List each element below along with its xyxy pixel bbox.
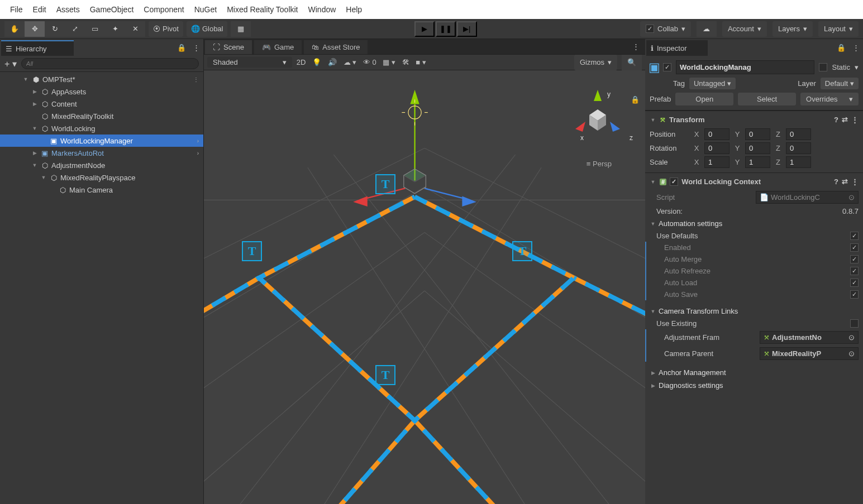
pivot-toggle[interactable]: ⦿Pivot (149, 21, 183, 37)
anchor-gizmo[interactable]: T (375, 365, 395, 385)
layer-dropdown[interactable]: Default▾ (821, 78, 859, 89)
preset-icon[interactable]: ⇄ (842, 116, 848, 124)
foldout-icon[interactable]: ▶ (31, 150, 38, 156)
tree-item[interactable]: ▶⬡AppAssets (0, 85, 203, 98)
component-menu-icon[interactable]: ⋮ (851, 177, 859, 186)
prefab-open-button[interactable]: Open (675, 93, 733, 105)
object-picker-icon[interactable]: ⊙ (848, 349, 855, 358)
menu-nuget[interactable]: NuGet (190, 3, 221, 16)
lock-icon[interactable]: 🔒 (837, 44, 846, 52)
preset-icon[interactable]: ⇄ (842, 177, 848, 186)
hierarchy-tab[interactable]: ☰Hierarchy (1, 40, 74, 56)
use-existing-checkbox[interactable] (850, 319, 859, 328)
foldout-icon[interactable]: ▶ (650, 383, 656, 388)
game-tab[interactable]: 🎮Game (254, 40, 302, 54)
tree-item-selected[interactable]: ▣WorldLockingManager› (0, 135, 203, 147)
menu-gameobject[interactable]: GameObject (85, 3, 139, 16)
anchor-gizmo[interactable]: T (242, 241, 262, 261)
foldout-icon[interactable]: ▼ (650, 309, 656, 314)
layers-dropdown[interactable]: Layers▾ (773, 21, 813, 37)
foldout-icon[interactable]: ▼ (31, 162, 38, 168)
foldout-icon[interactable]: ▶ (31, 101, 38, 107)
tree-item[interactable]: ▼⬡AdjustmentNode (0, 159, 203, 171)
pos-z[interactable] (786, 128, 811, 140)
rot-y[interactable] (745, 142, 770, 154)
projection-label[interactable]: ≡ Persp (587, 160, 612, 168)
hand-tool[interactable]: ✋ (4, 21, 25, 37)
transform-tool[interactable]: ✦ (105, 21, 125, 37)
rotate-tool[interactable]: ↻ (45, 21, 65, 37)
fx-icon[interactable]: ☁ ▾ (344, 58, 357, 66)
panel-menu-icon[interactable]: ⋮ (627, 39, 645, 54)
scl-y[interactable] (745, 156, 770, 168)
foldout-icon[interactable]: ▼ (650, 179, 656, 185)
enabled-checkbox[interactable]: ✓ (850, 243, 859, 252)
static-checkbox[interactable] (819, 63, 827, 71)
menu-help[interactable]: Help (341, 3, 366, 16)
asset-store-tab[interactable]: 🛍Asset Store (304, 40, 368, 54)
rot-z[interactable] (786, 142, 811, 154)
tree-item-prefab[interactable]: ▶▣MarkersAutoRot› (0, 147, 203, 159)
gizmos-dropdown[interactable]: Gizmos▾ (574, 55, 617, 70)
scene-view[interactable]: y x z 🔒 ≡ Persp T T T T (204, 70, 645, 504)
use-defaults-checkbox[interactable]: ✓ (850, 232, 859, 240)
menu-file[interactable]: File (6, 3, 27, 16)
anchor-gizmo[interactable]: T (512, 241, 532, 261)
2d-toggle[interactable]: 2D (297, 58, 306, 66)
pos-x[interactable] (704, 128, 730, 140)
menu-icon[interactable]: ⋮ (193, 44, 200, 52)
create-dropdown[interactable]: + ▾ (4, 59, 17, 69)
light-icon[interactable]: 💡 (312, 58, 321, 66)
chevron-down-icon[interactable]: ▾ (855, 63, 859, 71)
context-menu-icon[interactable]: ⋮ (193, 76, 199, 83)
scale-tool[interactable]: ⤢ (65, 21, 85, 37)
tree-item[interactable]: ▼⬡MixedRealityPlayspace (0, 171, 203, 184)
active-checkbox[interactable]: ✓ (663, 63, 671, 71)
menu-assets[interactable]: Assets (52, 3, 84, 16)
object-picker-icon[interactable]: ⊙ (848, 193, 855, 201)
auto-load-checkbox[interactable]: ✓ (850, 279, 859, 287)
camera-parent-field[interactable]: ⤧MixedRealityP⊙ (760, 347, 859, 360)
foldout-icon[interactable]: ▼ (31, 126, 38, 131)
chevron-right-icon[interactable]: › (197, 138, 199, 144)
tree-item[interactable]: ⬡Main Camera (0, 184, 203, 196)
foldout-icon[interactable]: ▼ (650, 221, 656, 227)
audio-icon[interactable]: 🔊 (328, 58, 337, 66)
orientation-gizmo[interactable] (567, 87, 628, 148)
tree-item[interactable]: ⬡MixedRealityToolkit (0, 110, 203, 122)
foldout-icon[interactable]: ▶ (650, 370, 656, 376)
layout-dropdown[interactable]: Layout▾ (818, 21, 859, 37)
global-toggle[interactable]: 🌐Global (187, 21, 228, 37)
draw-mode-dropdown[interactable]: Shaded▾ (207, 57, 292, 68)
auto-refreeze-checkbox[interactable]: ✓ (850, 267, 859, 275)
menu-component[interactable]: Component (139, 3, 188, 16)
lock-icon[interactable]: 🔒 (177, 44, 186, 52)
account-dropdown[interactable]: Account▾ (722, 21, 767, 37)
camera-icon[interactable]: ■ ▾ (416, 58, 426, 66)
tree-item[interactable]: ▶⬡Content (0, 98, 203, 110)
auto-merge-checkbox[interactable]: ✓ (850, 255, 859, 263)
scl-x[interactable] (704, 156, 730, 168)
move-tool[interactable]: ✥ (25, 21, 45, 37)
chevron-right-icon[interactable]: › (197, 150, 199, 156)
snap-toggle[interactable]: ▦ (231, 21, 251, 37)
scene-search-icon[interactable]: 🔍 (622, 55, 642, 70)
anchor-gizmo[interactable]: T (375, 174, 395, 194)
object-picker-icon[interactable]: ⊙ (848, 333, 855, 342)
tools-icon[interactable]: 🛠 (402, 58, 409, 66)
panel-menu-icon[interactable]: ⋮ (852, 44, 860, 52)
gameobject-name-field[interactable] (676, 60, 814, 74)
inspector-tab[interactable]: ℹInspector (646, 40, 708, 56)
menu-mrtk[interactable]: Mixed Reality Toolkit (222, 3, 302, 16)
help-icon[interactable]: ? (834, 177, 838, 186)
scene-row[interactable]: ▼ ⬢ OMPTest* ⋮ (0, 73, 203, 85)
auto-save-checkbox[interactable]: ✓ (850, 290, 859, 299)
component-menu-icon[interactable]: ⋮ (851, 116, 859, 124)
custom-tool[interactable]: ✕ (125, 21, 145, 37)
scl-z[interactable] (786, 156, 811, 168)
scene-lock-icon[interactable]: 🔒 (631, 95, 640, 104)
cloud-button[interactable]: ☁ (697, 21, 717, 37)
rot-x[interactable] (704, 142, 730, 154)
diagnostics-header[interactable]: Diagnostics settings (659, 381, 723, 390)
enable-checkbox[interactable]: ✓ (670, 177, 678, 186)
